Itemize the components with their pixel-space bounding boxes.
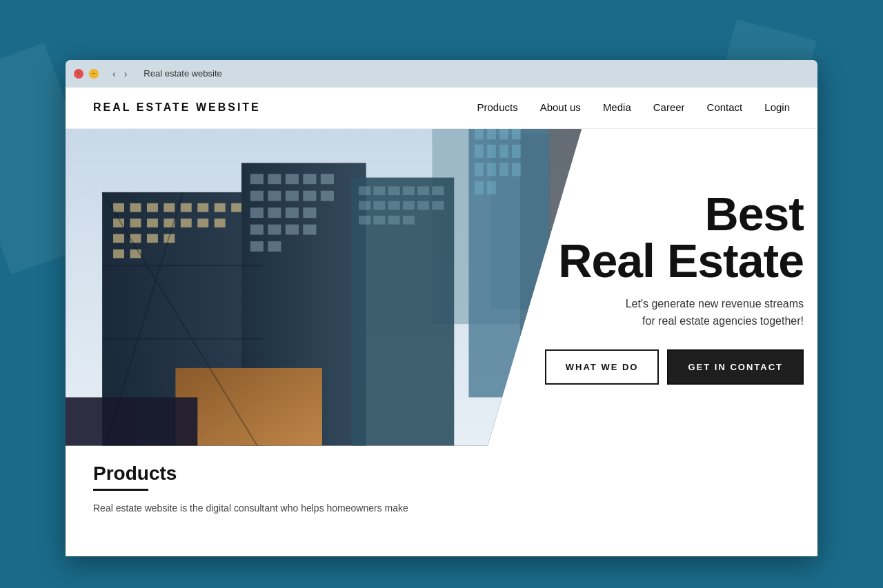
- svg-rect-57: [268, 224, 281, 234]
- svg-rect-69: [359, 201, 370, 210]
- svg-rect-50: [303, 190, 316, 201]
- svg-rect-34: [181, 203, 192, 212]
- svg-rect-70: [373, 201, 385, 210]
- svg-rect-43: [268, 174, 281, 184]
- svg-rect-44: [286, 174, 299, 184]
- svg-rect-59: [303, 224, 316, 234]
- products-section: Products Real estate website is the digi…: [66, 446, 817, 529]
- svg-rect-28: [113, 234, 124, 243]
- browser-navigation: ‹ ›: [110, 67, 130, 81]
- svg-rect-63: [359, 186, 370, 195]
- svg-rect-71: [388, 201, 400, 210]
- svg-rect-61: [268, 241, 281, 252]
- svg-rect-74: [432, 201, 444, 210]
- svg-rect-16: [512, 163, 521, 176]
- svg-rect-7: [499, 129, 508, 139]
- svg-rect-80: [66, 397, 197, 446]
- svg-rect-77: [388, 215, 400, 224]
- close-button[interactable]: ×: [74, 69, 83, 79]
- browser-url: Real estate website: [143, 68, 221, 79]
- svg-rect-39: [197, 219, 208, 227]
- hero-section: Best Real Estate Let's generate new reve…: [66, 129, 817, 446]
- svg-rect-6: [487, 129, 496, 139]
- hero-text-block: Best Real Estate Let's generate new reve…: [514, 190, 804, 384]
- svg-rect-67: [417, 186, 429, 195]
- svg-rect-26: [147, 219, 158, 227]
- svg-rect-8: [512, 129, 521, 139]
- forward-button[interactable]: ›: [121, 67, 130, 81]
- site-nav: REAL ESTATE WEBSITE Products About us Me…: [66, 88, 817, 129]
- svg-rect-5: [475, 129, 484, 139]
- svg-rect-15: [499, 163, 508, 176]
- products-underline: [93, 489, 148, 491]
- svg-rect-38: [181, 219, 192, 227]
- svg-rect-17: [475, 181, 484, 194]
- back-button[interactable]: ‹: [110, 67, 119, 81]
- svg-rect-30: [147, 234, 158, 243]
- nav-item-media[interactable]: Media: [603, 101, 631, 114]
- svg-rect-54: [286, 207, 299, 218]
- svg-rect-75: [359, 215, 370, 224]
- nav-item-career[interactable]: Career: [653, 101, 685, 114]
- svg-rect-37: [231, 203, 242, 212]
- svg-rect-36: [215, 203, 226, 212]
- svg-rect-76: [373, 215, 385, 224]
- svg-rect-10: [487, 144, 496, 157]
- svg-rect-18: [487, 181, 496, 194]
- svg-rect-48: [268, 190, 281, 201]
- svg-rect-60: [250, 241, 264, 252]
- svg-rect-23: [163, 203, 175, 212]
- svg-rect-13: [475, 163, 484, 176]
- svg-rect-21: [130, 203, 141, 212]
- hero-subtitle: Let's generate new revenue streams for r…: [514, 294, 804, 330]
- nav-item-about[interactable]: About us: [540, 101, 581, 114]
- products-description: Real estate website is the digital consu…: [93, 500, 790, 516]
- hero-buttons: WHAT WE DO GET IN CONTACT: [514, 349, 804, 385]
- svg-rect-56: [250, 224, 264, 234]
- svg-rect-12: [512, 144, 521, 157]
- what-we-do-button[interactable]: WHAT WE DO: [545, 349, 659, 385]
- svg-rect-32: [113, 249, 124, 258]
- website-content: REAL ESTATE WEBSITE Products About us Me…: [66, 88, 817, 556]
- svg-rect-66: [403, 186, 415, 195]
- svg-rect-25: [130, 219, 141, 227]
- svg-rect-51: [321, 190, 334, 201]
- svg-rect-53: [268, 207, 281, 218]
- svg-rect-40: [215, 219, 226, 227]
- svg-rect-35: [197, 203, 208, 212]
- svg-rect-9: [475, 144, 484, 157]
- svg-rect-73: [417, 201, 429, 210]
- svg-rect-11: [499, 144, 508, 157]
- site-logo: REAL ESTATE WEBSITE: [93, 101, 261, 114]
- products-title: Products: [93, 463, 790, 485]
- svg-rect-72: [403, 201, 415, 210]
- svg-rect-49: [286, 190, 299, 201]
- svg-rect-68: [432, 186, 444, 195]
- svg-rect-45: [303, 174, 316, 184]
- nav-item-contact[interactable]: Contact: [707, 101, 743, 114]
- browser-chrome: × − ‹ › Real estate website: [66, 60, 817, 88]
- svg-rect-65: [388, 186, 400, 195]
- nav-item-login[interactable]: Login: [764, 101, 790, 114]
- svg-rect-58: [286, 224, 299, 234]
- svg-rect-52: [250, 207, 264, 218]
- svg-rect-14: [487, 163, 496, 176]
- svg-rect-47: [250, 190, 264, 201]
- svg-rect-46: [321, 174, 334, 184]
- minimize-button[interactable]: −: [89, 69, 99, 79]
- browser-window: × − ‹ › Real estate website REAL ESTATE …: [66, 60, 817, 556]
- nav-item-products[interactable]: Products: [477, 101, 517, 114]
- get-in-contact-button[interactable]: GET IN CONTACT: [667, 349, 804, 385]
- svg-rect-78: [403, 215, 415, 224]
- hero-title-line1: Best: [514, 190, 804, 236]
- svg-rect-64: [373, 186, 385, 195]
- svg-rect-42: [250, 174, 264, 184]
- nav-links: Products About us Media Career Contact L…: [477, 101, 790, 114]
- hero-title-line2: Real Estate: [514, 236, 804, 283]
- svg-rect-20: [113, 203, 124, 212]
- svg-rect-55: [303, 207, 316, 218]
- svg-rect-22: [147, 203, 158, 212]
